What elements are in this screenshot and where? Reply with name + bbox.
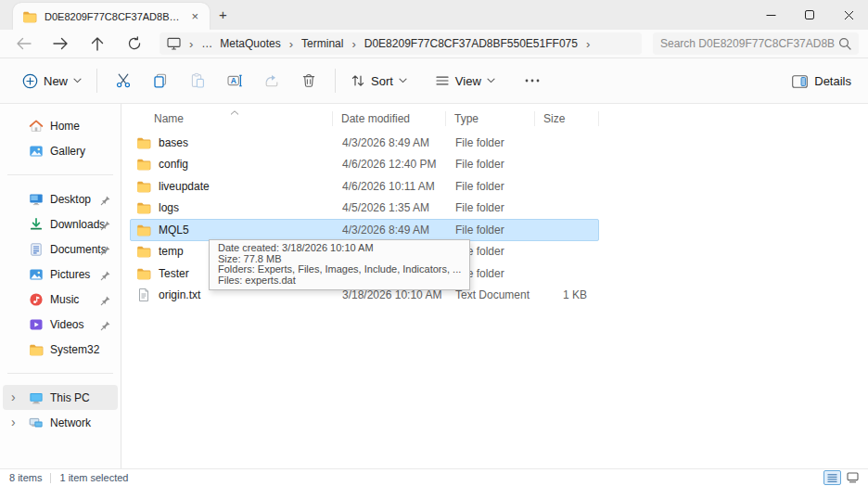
breadcrumb-overflow[interactable]: … bbox=[201, 37, 213, 50]
view-toggles bbox=[823, 470, 862, 485]
command-bar: New A Sort View bbox=[0, 58, 868, 104]
pin-icon bbox=[100, 293, 111, 310]
file-date: 4/6/2026 12:40 PM bbox=[337, 158, 450, 171]
breadcrumb-chevron-icon[interactable]: › bbox=[350, 37, 357, 51]
document-icon bbox=[29, 242, 44, 257]
tooltip-line: Date created: 3/18/2026 10:10 AM bbox=[218, 243, 461, 254]
sidebar-item-downloads[interactable]: Downloads bbox=[3, 211, 118, 237]
list-header: Name Date modified Type Size bbox=[130, 106, 599, 132]
column-header-size[interactable]: Size bbox=[534, 112, 594, 125]
close-button[interactable] bbox=[829, 0, 868, 30]
sidebar-item-documents[interactable]: Documents bbox=[3, 237, 118, 262]
copy-button[interactable] bbox=[142, 65, 179, 96]
column-divider[interactable] bbox=[332, 111, 333, 126]
large-icons-view-toggle[interactable] bbox=[844, 470, 862, 485]
svg-text:A: A bbox=[231, 76, 236, 85]
file-type: Text Document bbox=[450, 288, 535, 301]
column-header-type[interactable]: Type bbox=[449, 112, 534, 125]
chevron-down-icon bbox=[73, 78, 82, 83]
window-controls bbox=[751, 0, 868, 30]
search-icon[interactable] bbox=[838, 37, 851, 50]
paste-button[interactable] bbox=[179, 65, 216, 96]
up-button[interactable] bbox=[83, 36, 111, 51]
sidebar-item-music[interactable]: Music bbox=[3, 287, 118, 312]
file-date: 4/6/2026 10:11 AM bbox=[337, 180, 450, 193]
desktop-icon bbox=[29, 192, 44, 207]
minimize-button[interactable] bbox=[751, 0, 790, 30]
file-name-cell: bases bbox=[131, 135, 337, 150]
maximize-button[interactable] bbox=[790, 0, 829, 30]
cut-button[interactable] bbox=[105, 65, 142, 96]
file-type: File folder bbox=[450, 201, 535, 214]
search-input[interactable] bbox=[660, 37, 838, 50]
folder-icon bbox=[136, 157, 151, 172]
video-icon bbox=[29, 317, 44, 332]
share-button[interactable] bbox=[253, 65, 290, 96]
more-options-button[interactable] bbox=[514, 65, 551, 96]
folder-icon bbox=[29, 342, 44, 357]
file-date: 4/5/2026 1:35 AM bbox=[337, 201, 450, 214]
file-size: 1 KB bbox=[535, 288, 594, 301]
file-row-mql5[interactable]: MQL54/3/2026 8:49 AMFile folder bbox=[130, 219, 599, 241]
file-date: 4/3/2026 8:49 AM bbox=[337, 136, 450, 149]
sidebar-item-desktop[interactable]: Desktop bbox=[3, 186, 118, 211]
file-name: bases bbox=[159, 136, 188, 149]
file-name: config bbox=[159, 158, 188, 171]
file-row-config[interactable]: config4/6/2026 12:40 PMFile folder bbox=[130, 154, 599, 176]
breadcrumb-item-metaquotes[interactable]: MetaQuotes bbox=[220, 37, 280, 50]
folder-icon bbox=[136, 179, 151, 194]
sidebar-item-home[interactable]: Home bbox=[3, 113, 118, 138]
details-view-toggle[interactable] bbox=[823, 470, 841, 485]
titlebar: D0E8209F77C8CF37AD8BF550 × + bbox=[0, 0, 868, 30]
sidebar-item-this-pc[interactable]: ›This PC bbox=[3, 385, 118, 410]
sidebar-item-pictures[interactable]: Pictures bbox=[3, 262, 118, 287]
file-row-bases[interactable]: bases4/3/2026 8:49 AMFile folder bbox=[130, 132, 599, 154]
expand-chevron-icon[interactable]: › bbox=[11, 390, 16, 404]
forward-button[interactable] bbox=[46, 37, 74, 50]
file-name-cell: config bbox=[131, 157, 337, 172]
new-tab-button[interactable]: + bbox=[219, 7, 227, 21]
details-button[interactable]: Details bbox=[814, 74, 851, 88]
network-icon bbox=[29, 416, 44, 430]
sidebar-item-videos[interactable]: Videos bbox=[3, 312, 118, 337]
sidebar-item-label: Gallery bbox=[50, 145, 85, 158]
pin-icon bbox=[100, 243, 111, 260]
breadcrumb-item-d0e8209f77c8cf37ad8bf550e51ff075[interactable]: D0E8209F77C8CF37AD8BF550E51FF075 bbox=[364, 37, 578, 50]
details-pane-icon bbox=[792, 75, 808, 88]
tab-close-icon[interactable]: × bbox=[188, 9, 201, 23]
sidebar-item-network[interactable]: ›Network bbox=[3, 410, 118, 435]
explorer-tab[interactable]: D0E8209F77C8CF37AD8BF550 × bbox=[13, 3, 210, 30]
column-header-date-modified[interactable]: Date modified bbox=[336, 112, 449, 125]
column-divider[interactable] bbox=[445, 111, 446, 126]
breadcrumb-item-terminal[interactable]: Terminal bbox=[301, 37, 343, 50]
navigation-bar: › … MetaQuotes›Terminal›D0E8209F77C8CF37… bbox=[0, 30, 868, 58]
file-row-liveupdate[interactable]: liveupdate4/6/2026 10:11 AMFile folder bbox=[130, 175, 599, 198]
folder-icon bbox=[136, 244, 151, 259]
breadcrumb-chevron-icon[interactable]: › bbox=[287, 37, 295, 51]
column-divider[interactable] bbox=[598, 111, 599, 126]
delete-button[interactable] bbox=[290, 65, 327, 96]
refresh-button[interactable] bbox=[121, 36, 148, 51]
new-button[interactable]: New bbox=[15, 68, 89, 95]
file-type: File folder bbox=[450, 136, 535, 149]
sort-arrows-icon bbox=[351, 73, 365, 88]
plus-circle-icon bbox=[22, 73, 38, 89]
file-row-logs[interactable]: logs4/5/2026 1:35 AMFile folder bbox=[130, 198, 599, 220]
address-bar[interactable]: › … MetaQuotes›Terminal›D0E8209F77C8CF37… bbox=[160, 32, 642, 55]
tooltip-line: Folders: Experts, Files, Images, Include… bbox=[218, 264, 461, 275]
sidebar-item-system32[interactable]: System32 bbox=[3, 337, 118, 362]
folder-tooltip: Date created: 3/18/2026 10:10 AMSize: 77… bbox=[209, 239, 470, 290]
back-button[interactable] bbox=[9, 37, 37, 50]
sort-button[interactable]: Sort bbox=[343, 68, 415, 94]
column-divider[interactable] bbox=[534, 111, 535, 126]
sort-ascending-icon bbox=[230, 105, 239, 118]
breadcrumb-chevron-icon[interactable]: › bbox=[584, 37, 592, 51]
sidebar-item-label: Music bbox=[50, 293, 79, 306]
expand-chevron-icon[interactable]: › bbox=[11, 415, 16, 429]
sidebar-item-gallery[interactable]: Gallery bbox=[3, 138, 118, 163]
search-box[interactable] bbox=[653, 32, 859, 55]
view-lines-icon bbox=[435, 73, 450, 88]
rename-button[interactable]: A bbox=[216, 65, 253, 96]
sidebar-item-label: This PC bbox=[50, 391, 90, 404]
view-button[interactable]: View bbox=[428, 68, 503, 94]
